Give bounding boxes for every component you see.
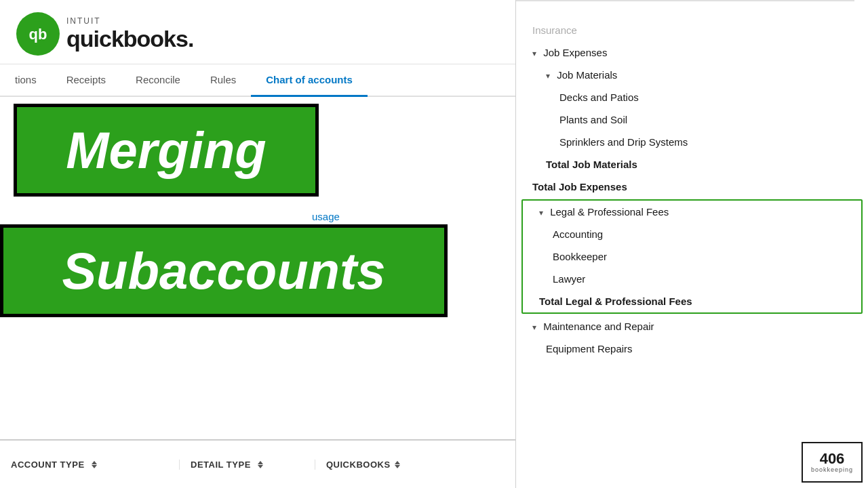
account-name: Total Job Materials — [546, 159, 637, 170]
tab-transactions[interactable]: tions — [0, 64, 52, 97]
account-name: Bookkeeper — [553, 251, 607, 262]
usage-area: usage — [312, 211, 340, 223]
subaccounts-text: Subaccounts — [62, 242, 385, 300]
logo-container: qb intuit quickbooks. — [16, 12, 193, 56]
bookkeeping-number: 406 — [820, 451, 845, 466]
account-name: Equipment Repairs — [546, 343, 633, 354]
list-item[interactable]: Lawyer — [523, 268, 861, 290]
expand-icon: ▾ — [539, 208, 543, 218]
account-name: Job Expenses — [543, 47, 607, 58]
account-name: Lawyer — [553, 273, 585, 285]
account-type-label: ACCOUNT TYPE — [11, 460, 85, 470]
list-item[interactable]: Equipment Repairs — [516, 338, 868, 360]
detail-type-label: DETAIL TYPE — [191, 460, 251, 470]
expand-icon: ▾ — [546, 71, 550, 81]
list-item[interactable]: Plants and Soil — [516, 108, 868, 131]
list-item[interactable]: Total Job Expenses — [516, 176, 868, 198]
account-name: Sprinklers and Drip Systems — [559, 136, 688, 148]
account-name: Decks and Patios — [559, 92, 639, 103]
account-name: Insurance — [532, 24, 577, 36]
list-item[interactable]: Bookkeeper — [523, 245, 861, 268]
nav-tabs: tions Receipts Reconcile Rules Chart of … — [0, 64, 515, 97]
detail-type-column-header[interactable]: DETAIL TYPE — [180, 460, 315, 470]
quickbooks-label: quickbooks. — [66, 26, 193, 52]
left-panel: qb intuit quickbooks. tions Receipts Rec… — [0, 0, 515, 488]
account-name: Job Materials — [557, 69, 617, 81]
account-type-column-header[interactable]: ACCOUNT TYPE — [0, 460, 180, 470]
list-item[interactable]: Accounting — [523, 223, 861, 245]
quickbooks-sort-icon[interactable] — [395, 461, 400, 468]
logo-text: intuit quickbooks. — [66, 16, 193, 52]
merging-banner: Merging — [14, 104, 319, 197]
svg-text:qb: qb — [29, 26, 47, 43]
account-name: Legal & Professional Fees — [550, 206, 669, 218]
usage-link[interactable]: usage — [312, 211, 340, 222]
expand-icon: ▾ — [532, 323, 536, 332]
merging-text: Merging — [66, 121, 267, 179]
account-type-sort-icon[interactable] — [92, 461, 97, 468]
list-item[interactable]: ▾ Maintenance and Repair — [516, 315, 868, 338]
detail-type-sort-icon[interactable] — [258, 461, 263, 468]
account-name: Accounting — [553, 228, 603, 240]
account-name: Maintenance and Repair — [543, 321, 654, 332]
list-item[interactable]: ▾ Job Expenses — [516, 41, 868, 64]
list-item[interactable]: Decks and Patios — [516, 86, 868, 108]
tab-receipts[interactable]: Receipts — [52, 64, 121, 97]
tab-reconcile[interactable]: Reconcile — [121, 64, 195, 97]
highlighted-section: ▾ Legal & Professional Fees Accounting B… — [521, 199, 863, 314]
list-item[interactable]: Total Job Materials — [516, 153, 868, 176]
intuit-label: intuit — [66, 16, 193, 26]
account-name: Plants and Soil — [559, 114, 627, 125]
subaccounts-banner: Subaccounts — [0, 224, 448, 317]
list-item[interactable]: ▾ Legal & Professional Fees — [523, 201, 861, 223]
tab-rules[interactable]: Rules — [195, 64, 251, 97]
quickbooks-column-header: QUICKBOOKS — [315, 460, 515, 470]
list-item[interactable]: Insurance — [516, 19, 868, 41]
top-divider — [516, 0, 854, 1]
right-panel: Insurance ▾ Job Expenses ▾ Job Materials… — [515, 0, 868, 488]
account-name: Total Job Expenses — [532, 181, 627, 192]
expand-icon: ▾ — [532, 49, 536, 58]
account-name: Total Legal & Professional Fees — [539, 296, 692, 307]
bookkeeping-logo: 406 bookkeeping — [802, 442, 863, 483]
header: qb intuit quickbooks. — [0, 0, 515, 64]
bookkeeping-text: bookkeeping — [811, 466, 853, 473]
list-item[interactable]: ▾ Job Materials — [516, 64, 868, 86]
tab-chart-of-accounts[interactable]: Chart of accounts — [251, 64, 368, 97]
accounts-list: Insurance ▾ Job Expenses ▾ Job Materials… — [516, 12, 868, 367]
quickbooks-label: QUICKBOOKS — [326, 460, 391, 470]
quickbooks-logo-icon: qb — [16, 12, 60, 56]
table-header: ACCOUNT TYPE DETAIL TYPE QUICKBOOKS — [0, 439, 515, 488]
list-item[interactable]: Sprinklers and Drip Systems — [516, 131, 868, 153]
list-item[interactable]: Total Legal & Professional Fees — [523, 290, 861, 312]
